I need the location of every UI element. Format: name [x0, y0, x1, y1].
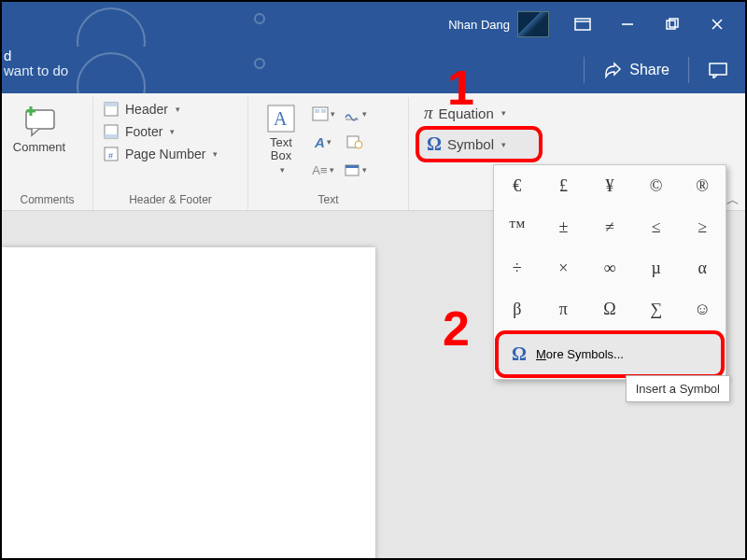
symbol-cell[interactable]: © — [633, 165, 680, 206]
symbol-cell[interactable]: π — [541, 288, 587, 329]
date-time-icon — [346, 134, 363, 149]
header-icon — [103, 101, 120, 118]
footer-button[interactable]: Footer▾ — [103, 123, 238, 140]
svg-text:A: A — [274, 108, 288, 129]
symbol-icon: Ω — [427, 133, 442, 155]
comment-label: Comment — [13, 140, 65, 154]
wordart-icon: A — [315, 134, 325, 150]
symbol-cell[interactable]: β — [494, 288, 541, 329]
drop-cap-icon: A≡ — [312, 163, 327, 177]
window-titlebar: Nhan Dang — [2, 2, 745, 47]
symbol-cell[interactable]: ☺ — [679, 288, 726, 329]
maximize-button[interactable] — [650, 7, 695, 41]
equation-icon: π — [424, 103, 433, 123]
tell-me-text[interactable]: want to do — [2, 63, 68, 78]
symbol-icon: Ω — [512, 343, 527, 365]
symbol-cell[interactable]: ± — [541, 206, 587, 247]
chevron-down-icon: ▾ — [176, 105, 180, 114]
chevron-down-icon: ▾ — [501, 108, 506, 118]
header-footer-group-label: Header & Footer — [93, 193, 247, 206]
svg-rect-20 — [315, 109, 319, 113]
text-group-label: Text — [248, 193, 408, 206]
symbol-cell[interactable]: µ — [633, 247, 680, 288]
share-button[interactable]: Share — [603, 62, 669, 78]
chevron-down-icon: ▾ — [501, 140, 506, 149]
symbol-cell[interactable]: £ — [541, 165, 587, 206]
svg-rect-21 — [321, 109, 326, 113]
signature-icon — [344, 106, 360, 121]
comment-icon — [19, 103, 60, 138]
date-time-button[interactable] — [342, 131, 368, 153]
more-symbols-label: More Symbols... — [536, 347, 624, 361]
wordart-button[interactable]: A▾ — [310, 131, 336, 153]
user-avatar[interactable] — [517, 11, 549, 37]
symbol-cell[interactable]: × — [541, 247, 587, 288]
svg-rect-26 — [345, 165, 359, 168]
chevron-down-icon: ▾ — [170, 127, 175, 136]
tooltip: Insert a Symbol — [626, 375, 730, 402]
symbol-dropdown-panel: €£¥©®™±≠≤≥÷×∞µαβπΩ∑☺ Ω More Symbols... — [493, 164, 726, 380]
quick-parts-icon — [312, 106, 329, 121]
user-name: Nhan Dang — [448, 18, 510, 32]
quick-parts-button[interactable]: ▾ — [310, 103, 336, 125]
ribbon-display-options-button[interactable] — [560, 7, 605, 41]
svg-rect-14 — [105, 134, 118, 138]
object-icon — [344, 162, 360, 177]
symbol-cell[interactable]: ™ — [494, 206, 541, 247]
symbol-cell[interactable]: ∞ — [586, 247, 633, 288]
symbol-cell[interactable]: ≤ — [633, 206, 680, 247]
chevron-down-icon: ▾ — [280, 165, 285, 175]
symbol-cell[interactable]: ÷ — [494, 247, 541, 288]
share-icon — [603, 62, 622, 78]
symbol-cell[interactable]: ≥ — [679, 206, 726, 247]
minimize-button[interactable] — [605, 7, 650, 41]
share-area: Share — [574, 57, 728, 83]
comments-group-label: Comments — [2, 193, 92, 206]
text-box-icon: A — [265, 103, 297, 134]
svg-rect-0 — [575, 19, 590, 30]
symbol-cell[interactable]: ∑ — [633, 288, 680, 329]
object-button[interactable]: ▾ — [342, 159, 368, 181]
close-button[interactable] — [695, 7, 740, 41]
page-number-button[interactable]: # Page Number▾ — [103, 146, 238, 162]
equation-button[interactable]: π Equation ▾ — [418, 101, 540, 125]
symbol-cell[interactable]: ¥ — [586, 165, 633, 206]
comment-button[interactable]: Comment — [2, 99, 77, 158]
feedback-icon[interactable] — [708, 62, 728, 78]
more-symbols-button[interactable]: Ω More Symbols... — [498, 333, 722, 375]
signature-line-button[interactable]: ▾ — [342, 103, 368, 125]
document-page[interactable] — [2, 247, 375, 560]
symbol-cell[interactable]: ≠ — [586, 206, 633, 247]
page-number-icon: # — [103, 146, 120, 162]
symbol-cell[interactable]: ® — [679, 165, 726, 206]
collapse-ribbon-button[interactable]: ︿ — [726, 192, 740, 209]
drop-cap-button[interactable]: A≡▾ — [310, 159, 336, 181]
ribbon-subbar: want to do Share — [2, 47, 745, 93]
svg-rect-7 — [710, 63, 726, 75]
account-area[interactable]: Nhan Dang — [448, 11, 549, 37]
text-box-button[interactable]: A Text Box ▾ — [258, 99, 304, 181]
chevron-down-icon: ▾ — [213, 149, 218, 159]
svg-text:#: # — [108, 151, 113, 161]
symbol-button[interactable]: Ω Symbol ▾ — [418, 129, 540, 160]
svg-point-24 — [355, 141, 362, 148]
symbol-cell[interactable]: Ω — [586, 288, 633, 329]
text-box-label: Text Box — [270, 136, 292, 163]
svg-rect-12 — [105, 103, 118, 106]
header-button[interactable]: Header▾ — [103, 101, 238, 118]
partial-tab-text: d — [4, 48, 11, 63]
footer-icon — [103, 123, 120, 140]
symbol-cell[interactable]: € — [494, 165, 541, 206]
symbol-cell[interactable]: α — [679, 247, 726, 288]
